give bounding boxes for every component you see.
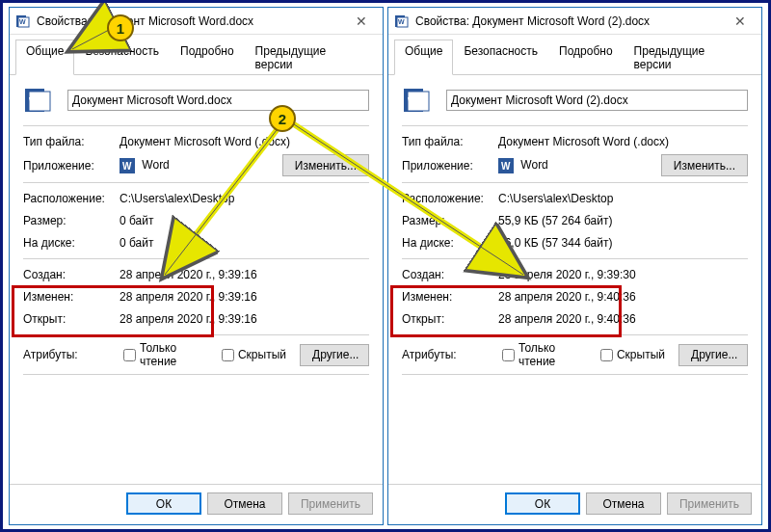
word-doc-icon-large: W [23, 85, 54, 116]
divider [23, 334, 369, 335]
ondisk-value: 56,0 КБ (57 344 байт) [498, 236, 748, 250]
size-value: 55,9 КБ (57 264 байт) [498, 214, 748, 227]
word-doc-icon-large: W [402, 85, 433, 116]
readonly-checkbox-input[interactable] [123, 349, 136, 361]
filetype-label: Тип файла: [402, 135, 498, 148]
tab-previous[interactable]: Предыдущие версии [624, 40, 756, 75]
divider [402, 334, 748, 335]
filetype-value: Документ Microsoft Word (.docx) [120, 135, 369, 148]
hidden-checkbox[interactable]: Скрытый [218, 346, 286, 364]
change-app-button[interactable]: Изменить... [661, 154, 748, 176]
properties-dialog-right: W Свойства: Документ Microsoft Word (2).… [387, 7, 762, 525]
readonly-checkbox-input[interactable] [502, 349, 515, 361]
ok-button[interactable]: ОК [126, 492, 201, 515]
modified-value: 28 апреля 2020 г., 9:40:36 [498, 290, 748, 304]
cancel-button[interactable]: Отмена [207, 492, 282, 515]
modified-value: 28 апреля 2020 г., 9:39:16 [120, 290, 369, 304]
tab-general[interactable]: Общие [15, 40, 74, 75]
word-doc-icon: W [15, 13, 31, 29]
readonly-label: Только чтение [140, 341, 204, 368]
dialog-footer: ОК Отмена Применить [388, 484, 761, 524]
app-name: Word [520, 158, 547, 172]
opened-label: Открыт: [23, 312, 120, 326]
attributes-label: Атрибуты: [402, 348, 498, 361]
hidden-label: Скрытый [617, 348, 665, 361]
app-name: Word [142, 158, 169, 172]
tab-general[interactable]: Общие [394, 40, 453, 75]
tab-security[interactable]: Безопасность [453, 40, 548, 75]
tab-content-general: W Тип файла: Документ Microsoft Word (.d… [388, 75, 761, 484]
change-app-button[interactable]: Изменить... [282, 154, 369, 176]
app-label: Приложение: [402, 159, 498, 173]
svg-text:W: W [501, 161, 511, 172]
titlebar: W Свойства: Документ Microsoft Word.docx… [10, 8, 383, 35]
close-button[interactable]: ✕ [723, 10, 758, 33]
ok-button[interactable]: ОК [505, 492, 580, 515]
other-attributes-button[interactable]: Другие... [678, 344, 748, 366]
divider [402, 182, 748, 183]
tab-details[interactable]: Подробно [548, 40, 624, 75]
ondisk-label: На диске: [23, 236, 120, 250]
annotation-callout-2: 2 [269, 105, 296, 132]
annotation-callout-1: 1 [107, 14, 134, 41]
readonly-label: Только чтение [518, 341, 583, 368]
tab-previous[interactable]: Предыдущие версии [245, 40, 377, 75]
size-value: 0 байт [120, 214, 369, 227]
svg-text:W: W [408, 94, 420, 109]
readonly-checkbox[interactable]: Только чтение [120, 341, 204, 368]
apply-button[interactable]: Применить [288, 492, 373, 515]
tab-details[interactable]: Подробно [170, 40, 245, 75]
word-app-icon: W [498, 158, 514, 173]
word-doc-icon: W [394, 13, 410, 29]
divider [23, 182, 369, 183]
location-label: Расположение: [23, 192, 120, 205]
tab-content-general: W Тип файла: Документ Microsoft Word (.d… [10, 75, 383, 484]
ondisk-value: 0 байт [120, 236, 369, 250]
apply-button[interactable]: Применить [667, 492, 752, 515]
app-value: W Word [498, 158, 661, 173]
window-title: Свойства: Документ Microsoft Word (2).do… [415, 14, 723, 28]
tab-security[interactable]: Безопасность [74, 40, 170, 75]
hidden-checkbox[interactable]: Скрытый [597, 346, 665, 364]
svg-text:W: W [19, 18, 26, 25]
hidden-checkbox-input[interactable] [222, 349, 234, 361]
opened-value: 28 апреля 2020 г., 9:40:36 [498, 312, 748, 326]
ondisk-label: На диске: [402, 236, 498, 250]
filetype-label: Тип файла: [23, 135, 120, 148]
size-label: Размер: [402, 214, 498, 227]
modified-label: Изменен: [402, 290, 498, 304]
svg-text:W: W [29, 94, 41, 109]
other-attributes-button[interactable]: Другие... [300, 344, 369, 366]
app-label: Приложение: [23, 159, 120, 173]
close-button[interactable]: ✕ [344, 10, 379, 33]
location-value: C:\Users\alex\Desktop [120, 192, 369, 205]
tab-bar: Общие Безопасность Подробно Предыдущие в… [10, 35, 383, 75]
location-label: Расположение: [402, 192, 498, 205]
app-value: W Word [120, 158, 282, 173]
cancel-button[interactable]: Отмена [586, 492, 661, 515]
filename-input[interactable] [446, 90, 748, 111]
word-app-icon: W [120, 158, 135, 173]
opened-label: Открыт: [402, 312, 498, 326]
divider [402, 125, 748, 126]
readonly-checkbox[interactable]: Только чтение [498, 341, 583, 368]
properties-dialog-left: W Свойства: Документ Microsoft Word.docx… [9, 7, 384, 525]
hidden-label: Скрытый [238, 348, 286, 361]
tab-bar: Общие Безопасность Подробно Предыдущие в… [388, 35, 761, 75]
divider [23, 258, 369, 259]
divider [23, 125, 369, 126]
modified-label: Изменен: [23, 290, 120, 304]
created-value: 28 апреля 2020 г., 9:39:16 [120, 268, 369, 281]
hidden-checkbox-input[interactable] [600, 349, 613, 361]
attributes-label: Атрибуты: [23, 348, 120, 361]
window-title: Свойства: Документ Microsoft Word.docx [37, 14, 344, 28]
created-value: 28 апреля 2020 г., 9:39:30 [498, 268, 748, 281]
divider [402, 374, 748, 375]
created-label: Создан: [402, 268, 498, 281]
divider [402, 258, 748, 259]
divider [23, 374, 369, 375]
size-label: Размер: [23, 214, 120, 227]
filename-input[interactable] [67, 90, 369, 111]
filetype-value: Документ Microsoft Word (.docx) [498, 135, 748, 148]
location-value: C:\Users\alex\Desktop [498, 192, 748, 205]
